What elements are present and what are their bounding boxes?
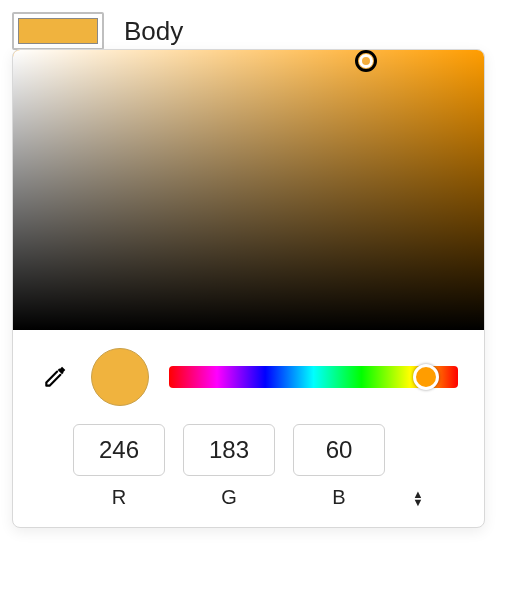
green-input[interactable]	[183, 424, 275, 476]
color-label: Body	[124, 16, 183, 47]
rgb-inputs-row	[13, 416, 484, 482]
rgb-labels-row: R G B ▲ ▼	[13, 482, 484, 527]
eyedropper-icon[interactable]	[39, 361, 71, 393]
red-label: R	[73, 486, 165, 509]
color-picker-popover: R G B ▲ ▼	[12, 49, 485, 528]
hue-thumb[interactable]	[413, 364, 439, 390]
blue-label: B	[293, 486, 385, 509]
color-preview-circle	[91, 348, 149, 406]
green-label: G	[183, 486, 275, 509]
red-input[interactable]	[73, 424, 165, 476]
swatch-fill	[18, 18, 98, 44]
color-swatch-button[interactable]	[12, 12, 104, 50]
chevron-down-icon: ▼	[413, 498, 424, 506]
hue-slider[interactable]	[169, 366, 458, 388]
color-mode-toggle[interactable]: ▲ ▼	[403, 490, 433, 506]
saturation-value-panel[interactable]	[13, 50, 484, 330]
sv-cursor[interactable]	[355, 50, 377, 72]
blue-input[interactable]	[293, 424, 385, 476]
sv-black-layer	[13, 50, 484, 330]
color-row: Body	[12, 12, 496, 50]
tools-row	[13, 330, 484, 416]
